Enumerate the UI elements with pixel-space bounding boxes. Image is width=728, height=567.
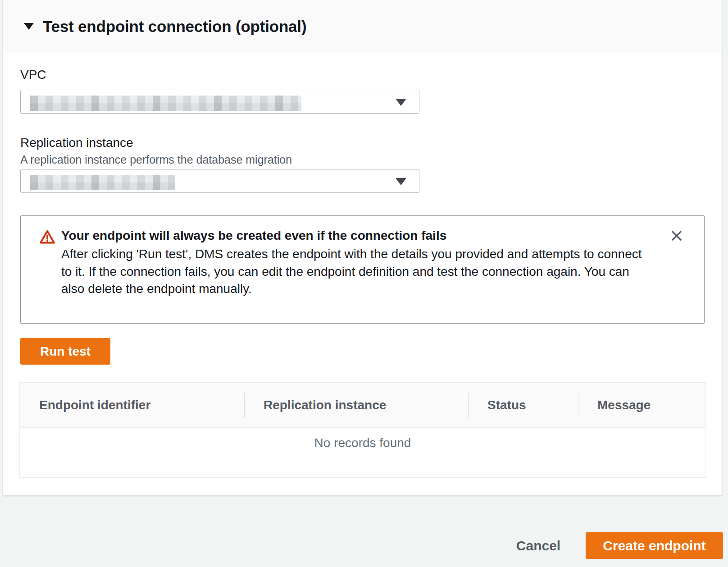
column-header-status: Status (468, 383, 578, 427)
vpc-selected-value-redacted (30, 96, 301, 111)
page-background: Test endpoint connection (optional) VPC … (0, 0, 728, 567)
warning-body-line: also delete the endpoint manually. (61, 280, 642, 298)
warning-body: After clicking 'Run test', DMS creates t… (61, 246, 642, 298)
warning-triangle-icon (39, 229, 55, 247)
table-header-row: Endpoint identifier Replication instance… (20, 383, 705, 428)
vpc-label: VPC (20, 68, 46, 82)
replication-instance-selected-value-redacted (30, 175, 175, 190)
column-header-endpoint-identifier: Endpoint identifier (20, 383, 244, 427)
run-test-button[interactable]: Run test (20, 338, 110, 365)
replication-instance-label: Replication instance (20, 136, 133, 150)
collapse-caret-icon (24, 23, 34, 30)
panel-header-test-endpoint-connection[interactable]: Test endpoint connection (optional) (3, 0, 722, 53)
column-header-message: Message (578, 383, 705, 427)
replication-instance-select[interactable] (20, 169, 419, 193)
cancel-button[interactable]: Cancel (505, 535, 572, 557)
test-results-table: Endpoint identifier Replication instance… (19, 382, 706, 478)
panel-title: Test endpoint connection (optional) (43, 18, 306, 36)
test-endpoint-panel: Test endpoint connection (optional) VPC … (3, 0, 722, 496)
chevron-down-icon (396, 99, 406, 106)
vpc-select[interactable] (20, 90, 419, 114)
empty-state-message: No records found (20, 428, 705, 478)
chevron-down-icon (396, 178, 406, 185)
warning-body-line: to it. If the connection fails, you can … (61, 263, 642, 281)
warning-body-line: After clicking 'Run test', DMS creates t… (61, 246, 642, 263)
close-icon[interactable] (669, 228, 684, 243)
column-header-replication-instance: Replication instance (244, 383, 468, 427)
create-endpoint-button[interactable]: Create endpoint (586, 532, 723, 559)
warning-alert: Your endpoint will always be created eve… (20, 215, 705, 324)
replication-instance-description: A replication instance performs the data… (20, 153, 292, 166)
warning-title: Your endpoint will always be created eve… (61, 229, 446, 243)
